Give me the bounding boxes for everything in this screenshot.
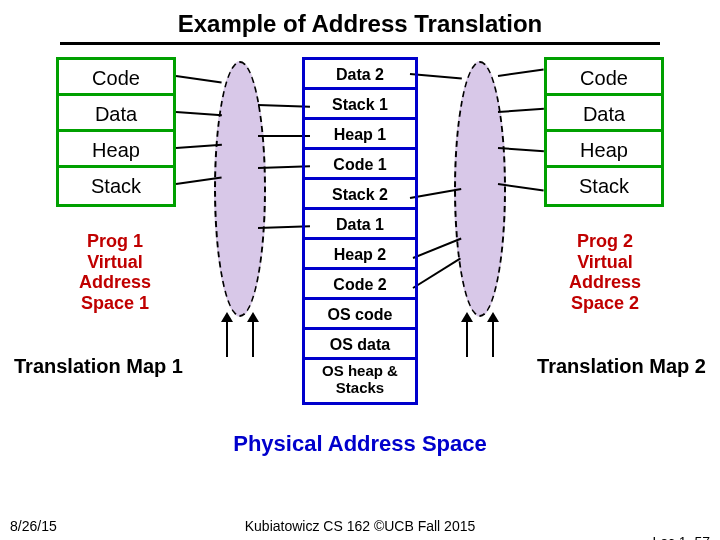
physical-space-label: Physical Address Space	[210, 431, 510, 457]
vas-cell: Heap	[547, 132, 661, 168]
map-line	[498, 69, 544, 77]
label-line: Address	[569, 272, 641, 292]
label-line: Space 2	[571, 293, 639, 313]
vas-cell: Code	[547, 60, 661, 96]
phys-cell: OS data	[305, 330, 415, 360]
phys-cell: Stack 1	[305, 90, 415, 120]
phys-cell: Data 1	[305, 210, 415, 240]
label-line: Virtual	[87, 252, 143, 272]
arrow-up-icon	[252, 319, 254, 357]
arrow-up-icon	[492, 319, 494, 357]
map-line	[413, 238, 462, 259]
phys-cell: Heap 2	[305, 240, 415, 270]
label-line: Prog 1	[87, 231, 143, 251]
diagram-area: Code Data Heap Stack Prog 1 Virtual Addr…	[0, 51, 720, 471]
footer-lecture: Lec 1. 57	[652, 534, 710, 540]
physical-address-space: Data 2 Stack 1 Heap 1 Code 1 Stack 2 Dat…	[302, 57, 418, 405]
prog2-label: Prog 2 Virtual Address Space 2	[540, 231, 670, 314]
vas-cell: Data	[59, 96, 173, 132]
translation-ellipse-right	[454, 61, 506, 317]
phys-cell: Code 2	[305, 270, 415, 300]
footer: 8/26/15 Kubiatowicz CS 162 ©UCB Fall 201…	[0, 518, 720, 534]
phys-cell: Code 1	[305, 150, 415, 180]
arrow-up-icon	[466, 319, 468, 357]
phys-cell: OS code	[305, 300, 415, 330]
prog1-label: Prog 1 Virtual Address Space 1	[50, 231, 180, 314]
page-title: Example of Address Translation	[0, 0, 720, 42]
label-line: Address	[79, 272, 151, 292]
translation-map-1-label: Translation Map 1	[14, 355, 183, 378]
vas-cell: Code	[59, 60, 173, 96]
prog1-address-space: Code Data Heap Stack	[56, 57, 176, 207]
label-line: Virtual	[577, 252, 633, 272]
phys-cell-text: OS heap & Stacks	[322, 363, 398, 396]
translation-map-2-label: Translation Map 2	[537, 355, 706, 378]
label-line: Space 1	[81, 293, 149, 313]
vas-cell: Stack	[59, 168, 173, 204]
map-line	[498, 108, 544, 113]
vas-cell: Data	[547, 96, 661, 132]
label-line: Prog 2	[577, 231, 633, 251]
title-underline	[60, 42, 660, 45]
vas-cell: Stack	[547, 168, 661, 204]
footer-center: Kubiatowicz CS 162 ©UCB Fall 2015	[0, 518, 720, 534]
map-line	[412, 257, 461, 288]
arrow-up-icon	[226, 319, 228, 357]
phys-cell: Data 2	[305, 60, 415, 90]
vas-cell: Heap	[59, 132, 173, 168]
footer-date: 8/26/15	[10, 518, 57, 534]
phys-cell: Stack 2	[305, 180, 415, 210]
map-line	[176, 75, 222, 83]
prog2-address-space: Code Data Heap Stack	[544, 57, 664, 207]
map-line	[176, 111, 222, 116]
translation-ellipse-left	[214, 61, 266, 317]
phys-cell: Heap 1	[305, 120, 415, 150]
phys-cell: OS heap & Stacks	[305, 360, 415, 402]
